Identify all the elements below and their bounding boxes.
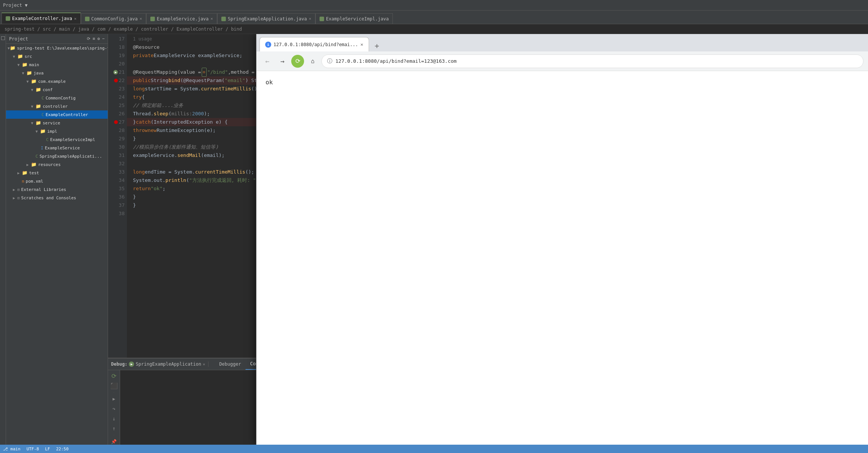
tab-label: ExampleService.java (157, 16, 209, 22)
debug-close-icon[interactable]: × (203, 362, 205, 367)
tree-item-conf[interactable]: ▼ 📁 conf (6, 85, 108, 94)
status-encoding: UTF-8 (26, 447, 39, 451)
tree-item-example-service-impl[interactable]: C ExampleServiceImpl (6, 135, 108, 144)
status-position: 22:50 (56, 447, 69, 451)
browser-title-bar: i 127.0.0.1:8080/api/bind?emai... × + (256, 34, 868, 51)
sidebar: Project ⟳ ≡ ⚙ − ▼ 📁 spring-test E:\Java\… (6, 34, 108, 445)
tab-example-service[interactable]: ExampleService.java × (146, 13, 217, 24)
menu-item-project[interactable]: Project ▼ (3, 3, 28, 8)
debug-resume-icon[interactable]: ▶ (110, 395, 118, 403)
browser-nav-bar: ← → ⟳ ⌂ ⓘ 127.0.0.1:8080/api/bind?email=… (256, 51, 868, 71)
tab-icon (320, 17, 324, 21)
debug-stop-icon[interactable]: ⬛ (110, 382, 118, 390)
debug-tab-debugger[interactable]: Debugger (215, 358, 246, 370)
sidebar-collapse-icon[interactable]: ≡ (93, 36, 95, 41)
browser-forward-button[interactable]: → (276, 55, 289, 68)
tree-item-common-config[interactable]: C CommonConfig (6, 94, 108, 102)
tree-item-com-example[interactable]: ▼ 📁 com.example (6, 77, 108, 85)
service-label: service (43, 121, 60, 126)
tree-item-external-libs[interactable]: ▶ ⊞ External Libraries (6, 185, 108, 194)
tree-item-impl[interactable]: ▼ 📁 impl (6, 127, 108, 135)
menu-bar: Project ▼ (0, 0, 868, 11)
sidebar-settings-icon[interactable]: ⚙ (97, 36, 100, 41)
breadcrumb: spring-test / src / main / java / com / … (0, 24, 868, 34)
browser-favicon: i (265, 42, 271, 48)
address-bar-lock-icon: ⓘ (327, 58, 332, 65)
debug-rerun-icon[interactable]: ⟳ (110, 372, 118, 380)
close-icon[interactable]: × (210, 16, 213, 21)
tree-item-service[interactable]: ▼ 📁 service (6, 119, 108, 127)
tab-icon (6, 16, 10, 21)
tab-icon (85, 17, 90, 21)
debug-step-over-icon[interactable]: ↷ (110, 405, 118, 413)
tab-label: CommonConfig.java (91, 16, 138, 22)
debug-step-into-icon[interactable]: ↓ (110, 414, 118, 423)
tree-item-controller[interactable]: ▼ 📁 controller (6, 102, 108, 110)
breadcrumb-text: spring-test / src / main / java / com / … (5, 26, 242, 32)
tree-item-spring-test[interactable]: ▼ 📁 spring-test E:\Java\examples\spring-… (6, 44, 108, 52)
line-numbers: 17 18 19 20 ▶ 21 22 23 24 25 26 (108, 34, 127, 358)
tab-icon (221, 17, 226, 21)
browser-content: ok (256, 71, 868, 445)
close-icon[interactable]: × (139, 16, 142, 21)
browser-tab-close-icon[interactable]: × (360, 42, 363, 47)
debug-step-out-icon[interactable]: ↑ (110, 424, 118, 433)
tree-item-spring-app[interactable]: C SpringExampleApplicati... (6, 152, 108, 160)
tab-label: ExampleController.java (12, 16, 72, 21)
tab-label: SpringExampleApplication.java (228, 16, 307, 22)
tab-common-config[interactable]: CommonConfig.java × (81, 13, 146, 24)
sidebar-minus-icon[interactable]: − (102, 36, 105, 41)
browser-tab-active[interactable]: i 127.0.0.1:8080/api/bind?emai... × (259, 37, 369, 51)
tree-item-example-controller[interactable]: C ExampleController (6, 110, 108, 119)
sidebar-sync-icon[interactable]: ⟳ (87, 36, 90, 41)
browser-home-button[interactable]: ⌂ (306, 55, 319, 68)
tree-item-example-service[interactable]: I ExampleService (6, 144, 108, 152)
browser-response-text: ok (266, 79, 273, 86)
address-bar[interactable]: ⓘ 127.0.0.1:8080/api/bind?email=123@163.… (321, 54, 863, 68)
tree-item-pom[interactable]: m pom.xml (6, 177, 108, 185)
project-tree: ▼ 📁 spring-test E:\Java\examples\spring-… (6, 44, 108, 445)
close-icon[interactable]: × (309, 16, 311, 21)
debug-pin-icon[interactable]: 📌 (110, 437, 118, 445)
debug-label-section: Debug: ▶ SpringExampleApplication × (111, 361, 209, 367)
debug-app-icon: ▶ (129, 361, 134, 367)
browser-tab-label: 127.0.0.1:8080/api/bind?emai... (273, 42, 358, 47)
browser-back-button[interactable]: ← (261, 55, 274, 68)
tab-spring-example[interactable]: SpringExampleApplication.java × (217, 13, 315, 24)
tab-icon (150, 17, 155, 21)
tab-label: ExampleServiceImpl.java (326, 16, 389, 22)
tree-item-java[interactable]: ▼ 📁 java (6, 69, 108, 77)
browser-new-tab-button[interactable]: + (371, 40, 383, 51)
sidebar-header: Project ⟳ ≡ ⚙ − (6, 34, 108, 44)
tree-item-test[interactable]: ▶ 📁 test (6, 169, 108, 177)
left-side-bar (0, 34, 6, 445)
tree-item-main[interactable]: ▼ 📁 main (6, 61, 108, 69)
browser-overlay: i 127.0.0.1:8080/api/bind?emai... × + ← … (256, 34, 868, 445)
status-branch[interactable]: ⎇ main (3, 447, 20, 451)
tree-item-src[interactable]: ▼ 📁 src (6, 52, 108, 61)
sidebar-title: Project (9, 36, 28, 42)
debug-app-name: SpringExampleApplication (136, 361, 201, 367)
left-icon-1[interactable] (1, 36, 5, 40)
tab-example-controller[interactable]: ExampleController.java × (2, 12, 81, 24)
address-bar-url: 127.0.0.1:8080/api/bind?email=123@163.co… (335, 58, 457, 64)
browser-reload-button[interactable]: ⟳ (291, 55, 304, 68)
tree-item-scratches[interactable]: ▶ ⊞ Scratches and Consoles (6, 194, 108, 202)
close-icon[interactable]: × (74, 16, 77, 21)
file-tabs: ExampleController.java × CommonConfig.ja… (0, 11, 868, 24)
debug-label: Debug: (111, 361, 127, 367)
status-bar: ⎇ main UTF-8 LF 22:50 (0, 445, 868, 453)
tree-item-resources[interactable]: ▶ 📁 resources (6, 160, 108, 169)
status-line-sep: LF (45, 447, 50, 451)
debug-side-toolbar: ⟳ ⬛ ▶ ↷ ↓ ↑ 📌 📷 ⊞ (108, 370, 120, 445)
tab-example-service-impl[interactable]: ExampleServiceImpl.java (315, 13, 393, 24)
